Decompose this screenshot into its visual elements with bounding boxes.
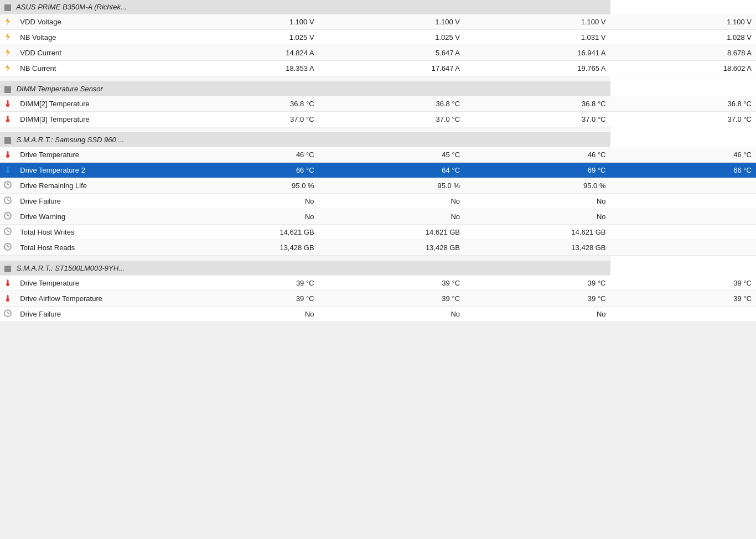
row-val1: 13,428 GB	[173, 240, 318, 256]
row-icon	[0, 307, 15, 322]
row-icon	[0, 178, 15, 194]
row-val1: 36.8 °C	[173, 96, 318, 112]
row-val2: 14,621 GB	[319, 225, 464, 240]
row-val2: 17.647 A	[319, 61, 464, 76]
row-val3: 1.100 V	[464, 14, 610, 30]
row-val4: 37.0 °C	[610, 112, 757, 127]
row-val1: No	[173, 307, 318, 322]
row-val1: 18.353 A	[173, 61, 318, 76]
svg-rect-7	[7, 116, 9, 120]
svg-rect-5	[7, 100, 9, 105]
section-header-asus: ASUS PRIME B350M-A (Richtek...	[0, 0, 756, 14]
row-icon	[0, 61, 15, 76]
row-val3: 46 °C	[464, 147, 610, 163]
table-row[interactable]: NB Current 18.353 A 17.647 A 19.765 A 18…	[0, 61, 756, 76]
row-label: NB Voltage	[15, 30, 173, 45]
row-icon	[0, 276, 15, 291]
sensor-table: ASUS PRIME B350M-A (Richtek... VDD Volta…	[0, 0, 756, 322]
row-label: NB Current	[15, 61, 173, 76]
row-val1: 39 °C	[173, 276, 318, 291]
svg-marker-2	[6, 48, 10, 56]
svg-marker-0	[6, 17, 10, 25]
row-icon	[0, 194, 15, 209]
row-val2: No	[319, 194, 464, 209]
row-icon	[0, 240, 15, 256]
table-row[interactable]: Drive Failure No No No	[0, 307, 756, 322]
row-val2: 1.100 V	[319, 14, 464, 30]
row-val3: 39 °C	[464, 291, 610, 307]
table-row[interactable]: Drive Airflow Temperature 39 °C 39 °C 39…	[0, 291, 756, 307]
row-icon	[0, 291, 15, 307]
row-val4: 1.100 V	[610, 14, 757, 30]
section-header-smart_st: S.M.A.R.T.: ST1500LM003-9YH...	[0, 261, 756, 276]
row-val3: 1.031 V	[464, 30, 610, 45]
row-label: VDD Current	[15, 45, 173, 61]
svg-rect-9	[7, 151, 9, 156]
row-val3: 14,621 GB	[464, 225, 610, 240]
table-row[interactable]: Total Host Reads 13,428 GB 13,428 GB 13,…	[0, 240, 756, 256]
table-row[interactable]: VDD Current 14.824 A 5.647 A 16.941 A 8.…	[0, 45, 756, 61]
svg-rect-28	[7, 279, 9, 284]
row-val1: 39 °C	[173, 291, 318, 307]
row-val3: 69 °C	[464, 163, 610, 178]
table-row[interactable]: Drive Warning No No No	[0, 209, 756, 225]
svg-rect-30	[7, 295, 9, 299]
row-val3: 39 °C	[464, 276, 610, 291]
row-val3: No	[464, 194, 610, 209]
row-label: Drive Temperature 2	[15, 163, 173, 178]
row-val4: 8.678 A	[610, 45, 757, 61]
row-label: Drive Temperature	[15, 147, 173, 163]
row-label: Drive Failure	[15, 194, 173, 209]
row-icon	[0, 163, 15, 178]
row-val1: 14.824 A	[173, 45, 318, 61]
row-label: Drive Remaining Life	[15, 178, 173, 194]
table-row[interactable]: Drive Temperature 39 °C 39 °C 39 °C 39 °…	[0, 276, 756, 291]
row-val1: 95.0 %	[173, 178, 318, 194]
row-val3: No	[464, 209, 610, 225]
section-header-smart_samsung: S.M.A.R.T.: Samsung SSD 960 ...	[0, 133, 756, 147]
row-val2: 45 °C	[319, 147, 464, 163]
row-icon	[0, 209, 15, 225]
row-val2: 64 °C	[319, 163, 464, 178]
row-label: DIMM[3] Temperature	[15, 112, 173, 127]
section-title-dimm: DIMM Temperature Sensor	[17, 85, 103, 93]
row-val4: 1.028 V	[610, 30, 757, 45]
table-row[interactable]: Drive Remaining Life 95.0 % 95.0 % 95.0 …	[0, 178, 756, 194]
row-label: DIMM[2] Temperature	[15, 96, 173, 112]
row-val2: 39 °C	[319, 276, 464, 291]
row-val4: 66 °C	[610, 163, 757, 178]
row-val3: 95.0 %	[464, 178, 610, 194]
row-val4: 36.8 °C	[610, 96, 757, 112]
table-row[interactable]: Drive Temperature 46 °C 45 °C 46 °C 46 °…	[0, 147, 756, 163]
row-val1: 66 °C	[173, 163, 318, 178]
row-val3: 37.0 °C	[464, 112, 610, 127]
row-icon	[0, 45, 15, 61]
section-title-asus: ASUS PRIME B350M-A (Richtek...	[16, 3, 127, 11]
table-row[interactable]: Total Host Writes 14,621 GB 14,621 GB 14…	[0, 225, 756, 240]
table-row[interactable]: Drive Failure No No No	[0, 194, 756, 209]
table-row[interactable]: DIMM[2] Temperature 36.8 °C 36.8 °C 36.8…	[0, 96, 756, 112]
row-val1: No	[173, 194, 318, 209]
row-val2: No	[319, 209, 464, 225]
row-val1: 37.0 °C	[173, 112, 318, 127]
section-header-dimm: DIMM Temperature Sensor	[0, 82, 756, 96]
row-icon	[0, 30, 15, 45]
row-val4: 18.602 A	[610, 61, 757, 76]
row-val2: 37.0 °C	[319, 112, 464, 127]
row-icon	[0, 225, 15, 240]
row-icon	[0, 96, 15, 112]
section-title-smart_samsung: S.M.A.R.T.: Samsung SSD 960 ...	[17, 136, 125, 144]
row-val4	[610, 225, 757, 240]
table-row[interactable]: DIMM[3] Temperature 37.0 °C 37.0 °C 37.0…	[0, 112, 756, 127]
main-table-container: ASUS PRIME B350M-A (Richtek... VDD Volta…	[0, 0, 756, 322]
svg-rect-11	[7, 167, 9, 171]
row-val1: 46 °C	[173, 147, 318, 163]
row-val4	[610, 240, 757, 256]
table-row[interactable]: VDD Voltage 1.100 V 1.100 V 1.100 V 1.10…	[0, 14, 756, 30]
row-val2: 5.647 A	[319, 45, 464, 61]
row-val3: 13,428 GB	[464, 240, 610, 256]
table-row[interactable]: Drive Temperature 2 66 °C 64 °C 69 °C 66…	[0, 163, 756, 178]
row-icon	[0, 147, 15, 163]
table-row[interactable]: NB Voltage 1.025 V 1.025 V 1.031 V 1.028…	[0, 30, 756, 45]
row-val4	[610, 178, 757, 194]
